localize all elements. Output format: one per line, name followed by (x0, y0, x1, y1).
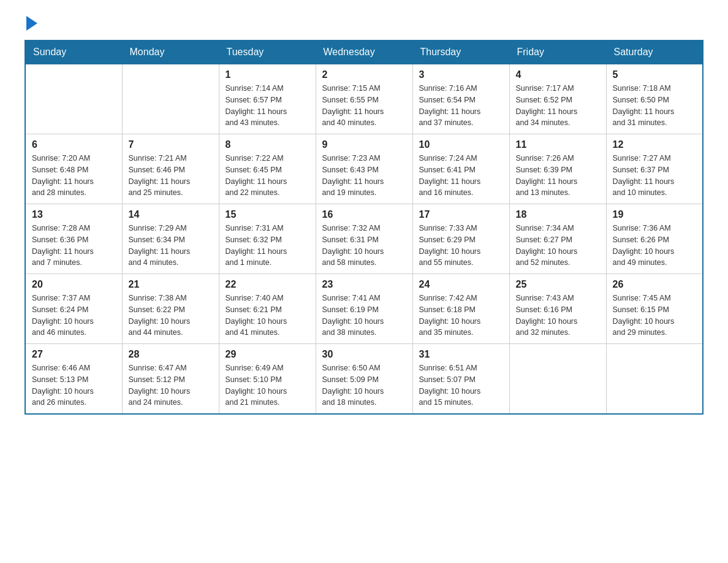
day-number: 11 (516, 139, 600, 150)
calendar-header-thursday: Thursday (412, 40, 509, 64)
calendar-cell: 26Sunrise: 7:45 AM Sunset: 6:15 PM Dayli… (606, 274, 703, 344)
calendar-cell: 31Sunrise: 6:51 AM Sunset: 5:07 PM Dayli… (412, 344, 509, 415)
calendar-cell: 18Sunrise: 7:34 AM Sunset: 6:27 PM Dayli… (509, 204, 606, 274)
day-number: 21 (129, 279, 213, 290)
day-info: Sunrise: 7:38 AM Sunset: 6:22 PM Dayligh… (129, 293, 213, 339)
day-info: Sunrise: 7:27 AM Sunset: 6:37 PM Dayligh… (613, 153, 697, 199)
day-info: Sunrise: 7:26 AM Sunset: 6:39 PM Dayligh… (516, 153, 600, 199)
calendar-cell: 28Sunrise: 6:47 AM Sunset: 5:12 PM Dayli… (122, 344, 219, 415)
calendar-table: SundayMondayTuesdayWednesdayThursdayFrid… (25, 40, 703, 415)
day-info: Sunrise: 7:15 AM Sunset: 6:55 PM Dayligh… (322, 83, 406, 129)
calendar-week-2: 6Sunrise: 7:20 AM Sunset: 6:48 PM Daylig… (25, 134, 703, 204)
day-info: Sunrise: 7:40 AM Sunset: 6:21 PM Dayligh… (226, 293, 309, 339)
day-info: Sunrise: 7:31 AM Sunset: 6:32 PM Dayligh… (226, 223, 309, 269)
day-info: Sunrise: 7:16 AM Sunset: 6:54 PM Dayligh… (419, 83, 503, 129)
calendar-cell: 13Sunrise: 7:28 AM Sunset: 6:36 PM Dayli… (25, 204, 122, 274)
calendar-cell: 12Sunrise: 7:27 AM Sunset: 6:37 PM Dayli… (606, 134, 703, 204)
day-number: 3 (419, 69, 503, 80)
day-info: Sunrise: 7:20 AM Sunset: 6:48 PM Dayligh… (32, 153, 116, 199)
calendar-cell: 10Sunrise: 7:24 AM Sunset: 6:41 PM Dayli… (412, 134, 509, 204)
calendar-cell: 19Sunrise: 7:36 AM Sunset: 6:26 PM Dayli… (606, 204, 703, 274)
day-number: 8 (226, 139, 309, 150)
day-info: Sunrise: 7:21 AM Sunset: 6:46 PM Dayligh… (129, 153, 213, 199)
calendar-cell: 24Sunrise: 7:42 AM Sunset: 6:18 PM Dayli… (412, 274, 509, 344)
day-number: 30 (322, 349, 406, 360)
calendar-cell: 21Sunrise: 7:38 AM Sunset: 6:22 PM Dayli… (122, 274, 219, 344)
calendar-cell: 29Sunrise: 6:49 AM Sunset: 5:10 PM Dayli… (219, 344, 316, 415)
day-number: 23 (322, 279, 406, 290)
day-info: Sunrise: 7:32 AM Sunset: 6:31 PM Dayligh… (322, 223, 406, 269)
day-info: Sunrise: 7:41 AM Sunset: 6:19 PM Dayligh… (322, 293, 406, 339)
day-info: Sunrise: 7:29 AM Sunset: 6:34 PM Dayligh… (129, 223, 213, 269)
day-number: 15 (226, 209, 309, 220)
logo (25, 18, 37, 31)
calendar-header-sunday: Sunday (25, 40, 122, 64)
calendar-cell: 2Sunrise: 7:15 AM Sunset: 6:55 PM Daylig… (316, 64, 412, 134)
day-number: 6 (32, 139, 116, 150)
calendar-week-4: 20Sunrise: 7:37 AM Sunset: 6:24 PM Dayli… (25, 274, 703, 344)
day-number: 7 (129, 139, 213, 150)
day-number: 14 (129, 209, 213, 220)
calendar-cell: 30Sunrise: 6:50 AM Sunset: 5:09 PM Dayli… (316, 344, 412, 415)
page-header (25, 18, 703, 31)
calendar-cell: 17Sunrise: 7:33 AM Sunset: 6:29 PM Dayli… (412, 204, 509, 274)
calendar-week-1: 1Sunrise: 7:14 AM Sunset: 6:57 PM Daylig… (25, 64, 703, 134)
day-info: Sunrise: 6:50 AM Sunset: 5:09 PM Dayligh… (322, 362, 406, 408)
calendar-cell: 11Sunrise: 7:26 AM Sunset: 6:39 PM Dayli… (509, 134, 606, 204)
calendar-cell: 3Sunrise: 7:16 AM Sunset: 6:54 PM Daylig… (412, 64, 509, 134)
day-info: Sunrise: 7:45 AM Sunset: 6:15 PM Dayligh… (613, 293, 697, 339)
calendar-cell: 7Sunrise: 7:21 AM Sunset: 6:46 PM Daylig… (122, 134, 219, 204)
calendar-header-wednesday: Wednesday (316, 40, 412, 64)
day-info: Sunrise: 7:24 AM Sunset: 6:41 PM Dayligh… (419, 153, 503, 199)
day-number: 13 (32, 209, 116, 220)
calendar-week-5: 27Sunrise: 6:46 AM Sunset: 5:13 PM Dayli… (25, 344, 703, 415)
calendar-header-row: SundayMondayTuesdayWednesdayThursdayFrid… (25, 40, 703, 64)
day-number: 24 (419, 279, 503, 290)
day-info: Sunrise: 7:33 AM Sunset: 6:29 PM Dayligh… (419, 223, 503, 269)
day-number: 26 (613, 279, 697, 290)
logo-arrow-icon (26, 16, 37, 31)
day-number: 17 (419, 209, 503, 220)
day-number: 20 (32, 279, 116, 290)
day-number: 12 (613, 139, 697, 150)
calendar-cell: 5Sunrise: 7:18 AM Sunset: 6:50 PM Daylig… (606, 64, 703, 134)
day-number: 1 (226, 69, 309, 80)
day-info: Sunrise: 6:51 AM Sunset: 5:07 PM Dayligh… (419, 362, 503, 408)
calendar-cell (25, 64, 122, 134)
day-number: 5 (613, 69, 697, 80)
day-info: Sunrise: 7:34 AM Sunset: 6:27 PM Dayligh… (516, 223, 600, 269)
day-info: Sunrise: 7:14 AM Sunset: 6:57 PM Dayligh… (226, 83, 309, 129)
calendar-cell (509, 344, 606, 415)
calendar-cell: 23Sunrise: 7:41 AM Sunset: 6:19 PM Dayli… (316, 274, 412, 344)
day-info: Sunrise: 7:37 AM Sunset: 6:24 PM Dayligh… (32, 293, 116, 339)
calendar-cell: 6Sunrise: 7:20 AM Sunset: 6:48 PM Daylig… (25, 134, 122, 204)
day-info: Sunrise: 6:49 AM Sunset: 5:10 PM Dayligh… (226, 362, 309, 408)
day-info: Sunrise: 7:18 AM Sunset: 6:50 PM Dayligh… (613, 83, 697, 129)
calendar-cell: 1Sunrise: 7:14 AM Sunset: 6:57 PM Daylig… (219, 64, 316, 134)
day-info: Sunrise: 7:23 AM Sunset: 6:43 PM Dayligh… (322, 153, 406, 199)
day-info: Sunrise: 7:36 AM Sunset: 6:26 PM Dayligh… (613, 223, 697, 269)
day-number: 4 (516, 69, 600, 80)
calendar-cell: 16Sunrise: 7:32 AM Sunset: 6:31 PM Dayli… (316, 204, 412, 274)
day-number: 25 (516, 279, 600, 290)
day-info: Sunrise: 7:22 AM Sunset: 6:45 PM Dayligh… (226, 153, 309, 199)
calendar-header-tuesday: Tuesday (219, 40, 316, 64)
calendar-cell (122, 64, 219, 134)
day-info: Sunrise: 6:46 AM Sunset: 5:13 PM Dayligh… (32, 362, 116, 408)
day-number: 19 (613, 209, 697, 220)
day-number: 2 (322, 69, 406, 80)
calendar-cell: 14Sunrise: 7:29 AM Sunset: 6:34 PM Dayli… (122, 204, 219, 274)
day-number: 31 (419, 349, 503, 360)
calendar-cell: 8Sunrise: 7:22 AM Sunset: 6:45 PM Daylig… (219, 134, 316, 204)
day-info: Sunrise: 6:47 AM Sunset: 5:12 PM Dayligh… (129, 362, 213, 408)
calendar-header-friday: Friday (509, 40, 606, 64)
calendar-cell: 15Sunrise: 7:31 AM Sunset: 6:32 PM Dayli… (219, 204, 316, 274)
calendar-week-3: 13Sunrise: 7:28 AM Sunset: 6:36 PM Dayli… (25, 204, 703, 274)
calendar-cell: 4Sunrise: 7:17 AM Sunset: 6:52 PM Daylig… (509, 64, 606, 134)
day-info: Sunrise: 7:42 AM Sunset: 6:18 PM Dayligh… (419, 293, 503, 339)
day-number: 22 (226, 279, 309, 290)
calendar-cell (606, 344, 703, 415)
day-number: 9 (322, 139, 406, 150)
day-number: 27 (32, 349, 116, 360)
day-number: 16 (322, 209, 406, 220)
